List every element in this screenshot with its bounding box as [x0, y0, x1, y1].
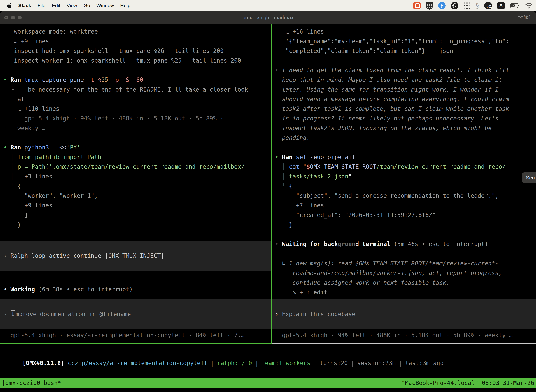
- terminal-text: set: [296, 154, 310, 160]
- terminal-text: … +3 lines: [17, 173, 53, 180]
- pane-left[interactable]: workspace_mode: worktree … +9 lines insp…: [0, 24, 271, 343]
- terminal-line: ]: [0, 210, 271, 220]
- terminal-text: tmux: [24, 76, 42, 83]
- terminal-text: "worker": "worker-1",: [0, 192, 98, 199]
- terminal-line: … +7 lines: [272, 201, 536, 210]
- terminal-text: pending.: [272, 134, 310, 141]
- tmux-host-clock: "MacBook-Pro-44.local" 05:03 31-Mar-26: [402, 378, 534, 388]
- terminal-line: "completed","claim_token":"claim-token"}…: [272, 46, 536, 56]
- terminal-line: │ tasks/task-2.json": [272, 172, 536, 181]
- shield-grid-icon[interactable]: [426, 2, 433, 10]
- terminal-text: └: [272, 183, 289, 190]
- terminal-text: (6m 38s • esc to interrupt): [38, 286, 133, 293]
- terminal-line: inspect_hud: omx sparkshell --tmux-pane …: [0, 46, 271, 56]
- apple-menu-icon[interactable]: [7, 3, 12, 8]
- left-input-prompt: ›: [0, 311, 10, 317]
- pane-divider-vertical[interactable]: [271, 24, 272, 344]
- hud-ralph: ralph:1/10: [217, 360, 252, 367]
- terminal-text: tasks/task-2.json: [289, 173, 348, 180]
- terminal-text: Ran: [10, 144, 24, 151]
- terminal-text: ⌥ + ↑ edit: [272, 289, 327, 296]
- right-status-line: gpt-5.4 xhigh · 94% left · 488K in · 5.1…: [272, 330, 513, 340]
- terminal-text: •: [272, 154, 282, 160]
- pane-right[interactable]: … +16 lines '{"team_name":"my-team","tas…: [272, 24, 536, 343]
- terminal-text: weekly …: [0, 125, 45, 131]
- terminal-line: [0, 133, 271, 143]
- terminal-line: gpt-5.4 xhigh · 94% left · 488K in · 5.1…: [0, 114, 271, 123]
- pane-border-left-active: [0, 343, 271, 344]
- terminal-text: (3m 46s • esc to interrupt): [394, 241, 488, 247]
- menu-edit[interactable]: Edit: [52, 3, 60, 9]
- terminal-text: … +9 lines: [0, 202, 53, 209]
- terminal-line: │ cat "$OMX_TEAM_STATE_ROOT/team/review-…: [272, 162, 536, 172]
- terminal-text: capture-pane: [42, 76, 87, 83]
- menu-go[interactable]: Go: [84, 3, 90, 9]
- terminal-line: • Ran set -euo pipefail: [272, 152, 536, 162]
- terminal-line: … +9 lines: [0, 201, 271, 210]
- menu-view[interactable]: View: [67, 3, 77, 9]
- terminal-text: └: [0, 86, 28, 93]
- terminal-text: continue assigned work or next feasible …: [272, 279, 450, 286]
- crescent-circle-icon[interactable]: [451, 2, 458, 9]
- chat-app-icon[interactable]: [413, 2, 421, 9]
- pane-border-right-inactive: [272, 343, 536, 344]
- right-input-box[interactable]: › Explain this codebase: [272, 299, 536, 329]
- terminal-text: •: [0, 76, 10, 83]
- terminal-text: workspace_mode: worktree: [0, 28, 98, 35]
- right-scrollback: … +16 lines '{"team_name":"my-team","tas…: [272, 27, 536, 297]
- menu-help[interactable]: Help: [120, 3, 130, 9]
- terminal-text: groun: [338, 241, 355, 247]
- left-input-placeholder: mprove documentation in @filename: [15, 311, 131, 317]
- left-scrollback: workspace_mode: worktree … +9 lines insp…: [0, 27, 271, 229]
- terminal-text: -p -S -80: [108, 76, 143, 83]
- text-cursor: I: [10, 310, 15, 318]
- menu-window[interactable]: Window: [96, 3, 114, 9]
- terminal-text: task2 after task1 is complete, but can I…: [272, 105, 509, 112]
- battery-icon[interactable]: [510, 2, 520, 9]
- terminal-text: OMX_TEAM_STATE_ROOT: [310, 163, 377, 170]
- terminal-text: p = Path('.omx/state/team/review-current…: [17, 163, 244, 170]
- terminal-text: 1 new msg(s): read $OMX_TEAM_STATE_ROOT/…: [289, 260, 498, 267]
- terminal-text: … +110 lines: [0, 105, 59, 112]
- terminal-line: }: [272, 220, 536, 229]
- menu-file[interactable]: File: [38, 3, 45, 9]
- terminal-text: readme-and-reco/mailbox/worker-1.json, a…: [272, 270, 502, 276]
- squiggle-icon[interactable]: §: [476, 2, 479, 9]
- omx-hud-line: [OMX#0.11.9] cczip/essay/ai-reimplementa…: [1, 349, 444, 358]
- terminal-line: ⌥ + ↑ edit: [272, 288, 536, 297]
- terminal-line: • Ran python3 - <<'PY': [0, 143, 271, 152]
- terminal-text: "created_at": "2026-03-31T11:59:27.816Z": [272, 212, 436, 219]
- terminal-line: └ be necessary for the end of the README…: [0, 85, 271, 94]
- terminal-text: -euo pipefail: [310, 154, 355, 160]
- left-input-box[interactable]: › Improve documentation in @filename: [0, 299, 271, 329]
- terminal-line: └ {: [272, 181, 536, 191]
- terminal-line: │ p = Path('.omx/state/team/review-curre…: [0, 162, 271, 172]
- menu-app-name[interactable]: Slack: [18, 3, 31, 9]
- terminal-text: {: [289, 183, 292, 190]
- terminal-line: • Waiting for background terminal (3m 46…: [272, 239, 536, 249]
- tmux-session-window[interactable]: [omx-cczip0:bash*: [2, 378, 61, 388]
- left-working-status: • Working (6m 38s • esc to interrupt): [0, 285, 271, 294]
- hud-team: team:1 workers: [262, 360, 310, 367]
- terminal-line: readme-and-reco/mailbox/worker-1.json, a…: [272, 268, 536, 278]
- terminal-text: at: [0, 96, 24, 103]
- terminal-line: inspect_worker-1: omx sparkshell --tmux-…: [0, 56, 271, 65]
- terminal-line: "worker": "worker-1",: [0, 191, 271, 201]
- terminal-text: is in progress? It seems likely but perh…: [272, 115, 498, 122]
- terminal-line: "subject": "send a concise recommendatio…: [272, 191, 536, 201]
- wifi-icon[interactable]: [525, 3, 533, 9]
- badge-61-icon[interactable]: ..61: [484, 2, 492, 9]
- right-input-placeholder: Explain this codebase: [282, 311, 355, 317]
- terminal-text: should send a message before completing …: [272, 96, 509, 103]
- dots-grid-icon[interactable]: [464, 2, 470, 9]
- terminal-line: [272, 229, 536, 239]
- terminal-line: workspace_mode: worktree: [0, 27, 271, 36]
- terminal-line: keep that in mind. Maybe I also need the…: [272, 75, 536, 85]
- hud-separator: |: [310, 360, 320, 367]
- terminal-text: inspect task2's JSON, focusing on the st…: [272, 125, 492, 131]
- terminal-line: should send a message before completing …: [272, 94, 536, 104]
- terminal-text: inspect_worker-1: omx sparkshell --tmux-…: [0, 57, 241, 64]
- terminal-text: }: [0, 221, 21, 228]
- bolt-circle-icon[interactable]: [438, 2, 446, 9]
- input-source-a-icon[interactable]: A: [497, 2, 505, 9]
